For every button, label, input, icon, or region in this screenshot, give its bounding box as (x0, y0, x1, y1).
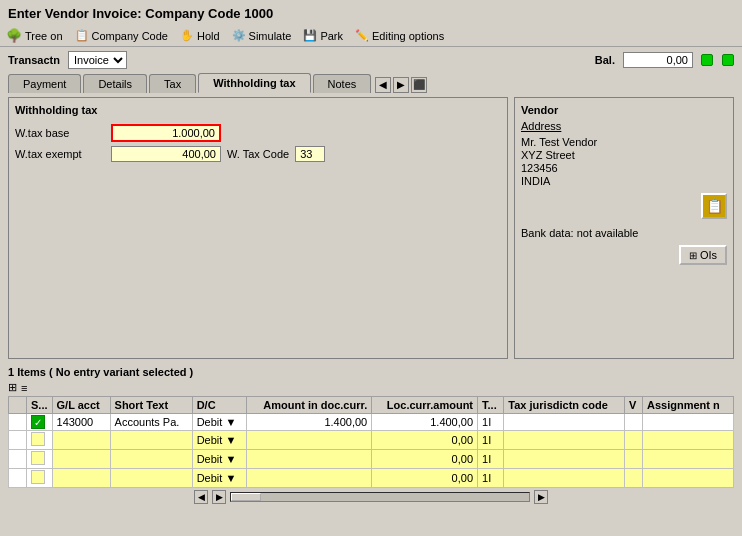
table-row: Debit ▼ 0,00 1I (9, 450, 734, 469)
t-cell: 1I (478, 414, 504, 431)
wtax-code-label: W. Tax Code (227, 148, 289, 160)
t-cell: 1I (478, 450, 504, 469)
balance-value[interactable] (623, 52, 693, 68)
tab-nav-prev[interactable]: ◀ (375, 77, 391, 93)
tab-details[interactable]: Details (83, 74, 147, 93)
col-status: S... (27, 397, 53, 414)
tab-nav-expand[interactable]: ⬛ (411, 77, 427, 93)
v-cell (624, 450, 642, 469)
yellow-indicator (31, 451, 45, 465)
assignment-cell[interactable] (643, 450, 734, 469)
check-icon: ✓ (31, 415, 45, 429)
v-cell (624, 414, 642, 431)
assignment-cell[interactable] (643, 431, 734, 450)
wtax-code-input[interactable] (295, 146, 325, 162)
short-text-cell[interactable] (110, 431, 192, 450)
wtax-base-label: W.tax base (15, 127, 105, 139)
tab-nav-next[interactable]: ▶ (393, 77, 409, 93)
row-status: ✓ (27, 414, 53, 431)
tab-tax[interactable]: Tax (149, 74, 196, 93)
col-t: T... (478, 397, 504, 414)
park-icon: 💾 (303, 29, 317, 42)
row-num (9, 450, 27, 469)
page-title: Enter Vendor Invoice: Company Code 1000 (8, 6, 273, 21)
loc-amount-cell[interactable]: 0,00 (372, 431, 478, 450)
bank-info: Bank data: not available (521, 227, 727, 239)
vendor-street: XYZ Street (521, 149, 727, 161)
tax-jurisdictn-cell[interactable] (504, 431, 625, 450)
amount-cell[interactable] (246, 450, 372, 469)
amount-cell[interactable]: 1.400,00 (246, 414, 372, 431)
t-cell: 1I (478, 469, 504, 488)
tab-notes[interactable]: Notes (313, 74, 372, 93)
company-code-icon: 📋 (75, 29, 89, 42)
items-table: S... G/L acct Short Text D/C Amount in d… (8, 396, 734, 488)
tax-jurisdictn-cell[interactable] (504, 450, 625, 469)
tree-icon: 🌳 (6, 28, 22, 43)
v-cell (624, 431, 642, 450)
dc-cell[interactable]: Debit ▼ (192, 414, 246, 431)
scroll-right-btn[interactable]: ▶ (212, 490, 226, 504)
col-row-num (9, 397, 27, 414)
row-status (27, 450, 53, 469)
hold-button[interactable]: ✋ Hold (180, 29, 220, 42)
col-tax-jurisdictn: Tax jurisdictn code (504, 397, 625, 414)
vendor-details-button[interactable]: 📋 (701, 193, 727, 219)
table-row: Debit ▼ 0,00 1I (9, 431, 734, 450)
gl-acct-cell[interactable] (52, 431, 110, 450)
gl-acct-cell[interactable]: 143000 (52, 414, 110, 431)
tax-jurisdictn-cell[interactable] (504, 414, 625, 431)
gl-acct-cell[interactable] (52, 469, 110, 488)
main-area: Withholding tax W.tax base W.tax exempt … (0, 93, 742, 363)
short-text-cell[interactable] (110, 469, 192, 488)
editing-options-button[interactable]: ✏️ Editing options (355, 29, 444, 42)
tab-payment[interactable]: Payment (8, 74, 81, 93)
scroll-left-btn[interactable]: ◀ (194, 490, 208, 504)
vendor-country: INDIA (521, 175, 727, 187)
simulate-icon: ⚙️ (232, 29, 246, 42)
table-row: Debit ▼ 0,00 1I (9, 469, 734, 488)
scroll-right-end-btn[interactable]: ▶ (534, 490, 548, 504)
scroll-track[interactable] (230, 492, 530, 502)
balance-label: Bal. (595, 54, 615, 66)
col-amount: Amount in doc.curr. (246, 397, 372, 414)
tab-withholding-tax[interactable]: Withholding tax (198, 73, 310, 93)
assignment-cell[interactable] (643, 414, 734, 431)
t-cell: 1I (478, 431, 504, 450)
tree-on-button[interactable]: 🌳 Tree on (6, 28, 63, 43)
sort-icon[interactable]: ≡ (21, 382, 27, 394)
ois-icon: ⊞ (689, 250, 697, 261)
transaction-select[interactable]: Invoice (68, 51, 127, 69)
amount-cell[interactable] (246, 431, 372, 450)
row-num (9, 414, 27, 431)
row-status (27, 431, 53, 450)
col-v: V (624, 397, 642, 414)
row-num (9, 431, 27, 450)
vendor-name: Mr. Test Vendor (521, 136, 727, 148)
transaction-label: Transactn (8, 54, 60, 66)
table-row: ✓ 143000 Accounts Pa. Debit ▼ 1.400,00 1… (9, 414, 734, 431)
simulate-button[interactable]: ⚙️ Simulate (232, 29, 292, 42)
short-text-cell[interactable]: Accounts Pa. (110, 414, 192, 431)
loc-amount-cell[interactable]: 0,00 (372, 450, 478, 469)
short-text-cell[interactable] (110, 450, 192, 469)
dc-cell[interactable]: Debit ▼ (192, 469, 246, 488)
row-num (9, 469, 27, 488)
ois-button[interactable]: ⊞ OIs (679, 245, 727, 265)
v-cell (624, 469, 642, 488)
wtax-exempt-input[interactable] (111, 146, 221, 162)
gl-acct-cell[interactable] (52, 450, 110, 469)
tax-jurisdictn-cell[interactable] (504, 469, 625, 488)
assignment-cell[interactable] (643, 469, 734, 488)
wtax-base-input[interactable] (111, 124, 221, 142)
horizontal-scrollbar[interactable]: ◀ ▶ ▶ (8, 488, 734, 506)
vendor-panel: Vendor Address Mr. Test Vendor XYZ Stree… (514, 97, 734, 359)
grid-settings-icon[interactable]: ⊞ (8, 381, 17, 394)
amount-cell[interactable] (246, 469, 372, 488)
company-code-button[interactable]: 📋 Company Code (75, 29, 168, 42)
park-button[interactable]: 💾 Park (303, 29, 343, 42)
dc-cell[interactable]: Debit ▼ (192, 431, 246, 450)
dc-cell[interactable]: Debit ▼ (192, 450, 246, 469)
loc-amount-cell[interactable]: 0,00 (372, 469, 478, 488)
loc-amount-cell[interactable]: 1.400,00 (372, 414, 478, 431)
